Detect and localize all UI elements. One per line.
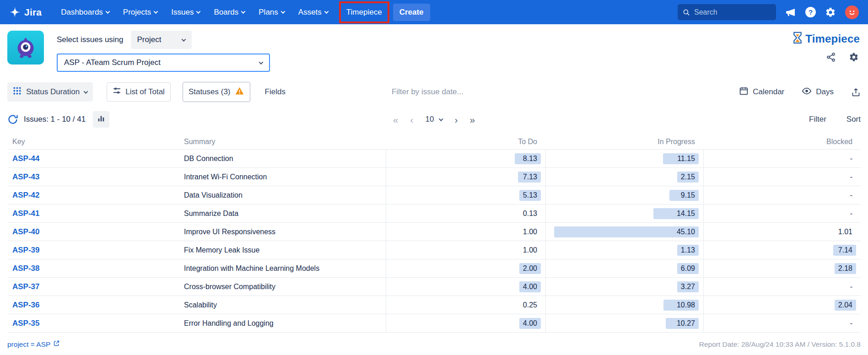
filter-button[interactable]: Filter bbox=[809, 115, 826, 124]
prev-page-button[interactable]: ‹ bbox=[410, 115, 414, 124]
sort-button[interactable]: Sort bbox=[846, 115, 861, 124]
first-page-button[interactable]: « bbox=[393, 115, 399, 124]
header-right: Timepiece bbox=[792, 32, 860, 62]
column-header-inprogress[interactable]: In Progress bbox=[545, 134, 703, 149]
table-row: ASP-36Scalability0.2510.982.04 bbox=[7, 296, 861, 314]
empty-value: - bbox=[846, 172, 856, 183]
user-avatar[interactable] bbox=[845, 5, 859, 19]
key-cell: ASP-39 bbox=[7, 241, 181, 259]
fields-button[interactable]: Fields bbox=[265, 87, 286, 97]
duration-cell: 2.18 bbox=[703, 259, 861, 277]
help-icon[interactable]: ? bbox=[805, 7, 816, 17]
page-size-select[interactable]: 10 bbox=[426, 115, 443, 124]
nav-item-label: Plans bbox=[259, 8, 278, 17]
next-page-button[interactable]: › bbox=[454, 115, 458, 124]
export-icon[interactable] bbox=[851, 87, 861, 97]
duration-value: 1.00 bbox=[519, 245, 541, 256]
top-nav: Jira DashboardsProjectsIssuesBoardsPlans… bbox=[0, 0, 868, 24]
share-icon[interactable] bbox=[826, 52, 836, 62]
duration-value: 7.14 bbox=[833, 245, 856, 256]
column-header-todo[interactable]: To Do bbox=[386, 134, 545, 149]
report-type-select[interactable]: Status Duration bbox=[7, 82, 93, 102]
issue-key-link[interactable]: ASP-35 bbox=[12, 319, 40, 328]
chart-view-button[interactable] bbox=[93, 111, 109, 128]
summary-cell: Summarize Data bbox=[181, 204, 386, 222]
chevron-down-icon bbox=[241, 9, 246, 14]
create-button[interactable]: Create bbox=[393, 4, 430, 21]
duration-cell: 2.04 bbox=[703, 296, 861, 314]
nav-item-projects[interactable]: Projects bbox=[123, 8, 157, 17]
summary-cell: Error Handling and Logging bbox=[181, 314, 386, 332]
statuses-button[interactable]: Statuses (3) bbox=[183, 82, 250, 102]
sliders-icon bbox=[113, 86, 121, 97]
days-toggle[interactable]: Days bbox=[802, 86, 834, 98]
key-cell: ASP-38 bbox=[7, 259, 181, 277]
duration-cell: 10.98 bbox=[545, 296, 703, 314]
project-select[interactable]: ASP - ATeam Scrum Project bbox=[57, 54, 270, 72]
refresh-icon[interactable] bbox=[7, 114, 18, 125]
issue-key-link[interactable]: ASP-38 bbox=[12, 264, 40, 273]
duration-value: 2.00 bbox=[519, 263, 541, 274]
grid-icon bbox=[13, 86, 22, 97]
list-controls: Issues: 1 - 10 / 41 « ‹ 10 › » Filter So… bbox=[0, 108, 868, 133]
last-page-button[interactable]: » bbox=[469, 115, 475, 124]
nav-item-assets[interactable]: Assets bbox=[298, 8, 328, 17]
duration-value: 1.00 bbox=[519, 226, 541, 237]
key-cell: ASP-37 bbox=[7, 278, 181, 296]
column-header-summary[interactable]: Summary bbox=[181, 134, 386, 149]
jql-query-link[interactable]: project = ASP bbox=[7, 340, 60, 349]
hourglass-icon bbox=[792, 32, 803, 46]
search-box[interactable] bbox=[678, 4, 776, 20]
issue-source-controls: Select issues using Project ASP - ATeam … bbox=[57, 31, 270, 72]
issue-key-link[interactable]: ASP-36 bbox=[12, 301, 40, 310]
duration-cell: 11.15 bbox=[545, 150, 703, 167]
toolbar-right: Calendar Days bbox=[739, 86, 861, 98]
duration-cell: - bbox=[703, 204, 861, 222]
issue-key-link[interactable]: ASP-37 bbox=[12, 282, 40, 291]
calendar-button[interactable]: Calendar bbox=[739, 86, 784, 98]
chevron-down-icon bbox=[182, 37, 186, 42]
date-filter-input[interactable]: Filter by issue date... bbox=[392, 87, 464, 97]
nav-right: ? bbox=[678, 4, 859, 20]
nav-menu: DashboardsProjectsIssuesBoardsPlansAsset… bbox=[61, 1, 386, 23]
issue-key-link[interactable]: ASP-41 bbox=[12, 209, 40, 218]
warning-icon bbox=[235, 86, 244, 98]
calendar-icon bbox=[739, 86, 749, 98]
brand-name: Jira bbox=[24, 7, 42, 18]
table-body: ASP-44DB Connection8.1311.15-ASP-43Intra… bbox=[7, 150, 861, 333]
duration-cell: 9.15 bbox=[545, 186, 703, 204]
duration-value: 1.01 bbox=[835, 226, 856, 237]
nav-item-timepiece[interactable]: Timepiece bbox=[339, 1, 389, 23]
summary-cell: Cross-browser Compatibility bbox=[181, 278, 386, 296]
external-link-icon bbox=[53, 340, 60, 349]
duration-cell: 1.00 bbox=[386, 241, 545, 259]
key-cell: ASP-40 bbox=[7, 223, 181, 241]
report-settings-gear-icon[interactable] bbox=[849, 52, 859, 62]
list-of-total-button[interactable]: List of Total bbox=[107, 82, 171, 102]
nav-item-plans[interactable]: Plans bbox=[259, 8, 285, 17]
issue-key-link[interactable]: ASP-44 bbox=[12, 154, 40, 163]
issue-key-link[interactable]: ASP-42 bbox=[12, 191, 40, 200]
summary-cell: Intranet Wi-Fi Connection bbox=[181, 168, 386, 186]
issue-key-link[interactable]: ASP-43 bbox=[12, 172, 40, 182]
column-header-key[interactable]: Key bbox=[7, 134, 181, 149]
nav-item-boards[interactable]: Boards bbox=[214, 8, 245, 17]
nav-item-issues[interactable]: Issues bbox=[171, 8, 200, 17]
chevron-down-icon bbox=[154, 9, 158, 14]
issue-key-link[interactable]: ASP-40 bbox=[12, 227, 40, 237]
nav-item-dashboards[interactable]: Dashboards bbox=[61, 8, 109, 17]
statuses-label: Statuses (3) bbox=[189, 87, 231, 97]
search-input[interactable] bbox=[694, 8, 771, 16]
column-header-blocked[interactable]: Blocked bbox=[703, 134, 861, 149]
settings-gear-icon[interactable] bbox=[825, 7, 836, 18]
jira-brand[interactable]: Jira bbox=[9, 6, 42, 18]
summary-cell: DB Connection bbox=[181, 150, 386, 167]
jira-logo-icon bbox=[9, 6, 21, 18]
key-cell: ASP-35 bbox=[7, 314, 181, 332]
issue-source-mode-select[interactable]: Project bbox=[131, 31, 192, 49]
issue-key-link[interactable]: ASP-39 bbox=[12, 246, 40, 255]
report-header: Select issues using Project ASP - ATeam … bbox=[0, 24, 868, 76]
timepiece-logo-text: Timepiece bbox=[805, 32, 860, 45]
announcement-icon[interactable] bbox=[785, 7, 796, 18]
key-cell: ASP-36 bbox=[7, 296, 181, 314]
